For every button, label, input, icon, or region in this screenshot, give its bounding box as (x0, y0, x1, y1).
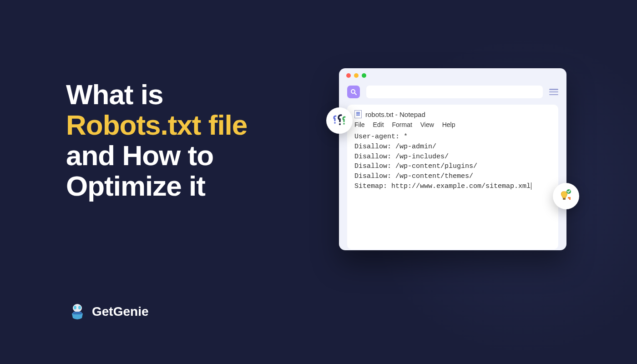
robots-line: Disallow: /wp-admin/ (354, 142, 551, 152)
title-line-4: Optimize it (66, 170, 205, 202)
notepad-title: robots.txt - Notepad (365, 111, 425, 118)
notepad-panel: robots.txt - Notepad File Edit Format Vi… (347, 105, 558, 249)
menu-format[interactable]: Format (392, 121, 412, 128)
svg-rect-9 (563, 198, 566, 200)
lightbulb-puzzle-icon (558, 188, 574, 204)
svg-point-7 (339, 123, 341, 125)
svg-point-3 (78, 306, 81, 309)
svg-point-6 (334, 122, 336, 124)
search-icon (350, 89, 357, 95)
minimize-dot-icon (354, 73, 359, 78)
browser-window: robots.txt - Notepad File Edit Format Vi… (339, 68, 566, 250)
notepad-file-icon (354, 110, 362, 118)
menu-file[interactable]: File (354, 121, 365, 128)
title-line-1: What is (66, 79, 163, 110)
search-button[interactable] (347, 86, 360, 98)
idea-badge (553, 183, 579, 209)
svg-point-8 (343, 123, 345, 125)
brand-name: GetGenie (92, 304, 148, 319)
menu-view[interactable]: View (420, 121, 434, 128)
genie-logo-icon (68, 303, 86, 321)
menu-edit[interactable]: Edit (373, 121, 384, 128)
svg-point-2 (74, 306, 76, 309)
question-badge (326, 107, 353, 134)
notepad-body[interactable]: User-agent: * Disallow: /wp-admin/ Disal… (354, 132, 551, 192)
close-dot-icon (346, 73, 351, 78)
hamburger-menu-icon[interactable] (549, 89, 558, 95)
maximize-dot-icon (362, 73, 366, 78)
text-cursor-icon (531, 182, 531, 190)
svg-rect-1 (73, 312, 82, 314)
title-line-3: and How to (66, 140, 213, 171)
hero-title: What is Robots.txt file and How to Optim… (66, 80, 303, 202)
brand-block: GetGenie (68, 303, 148, 321)
robots-line: Disallow: /wp-content/plugins/ (354, 162, 551, 172)
window-traffic-lights (339, 68, 566, 83)
url-bar[interactable] (366, 86, 543, 98)
robots-line: Disallow: /wp-content/themes/ (354, 172, 551, 182)
notepad-menu: File Edit Format View Help (354, 121, 551, 128)
svg-line-5 (354, 93, 356, 95)
browser-toolbar (339, 83, 566, 105)
robots-line: Sitemap: http://www.example.com/sitemap.… (354, 182, 551, 192)
question-marks-icon (331, 112, 348, 129)
menu-help[interactable]: Help (442, 121, 455, 128)
title-highlight: Robots.txt file (66, 109, 247, 141)
robots-line: Disallow: /wp-includes/ (354, 152, 551, 162)
robots-line: User-agent: * (354, 132, 551, 142)
